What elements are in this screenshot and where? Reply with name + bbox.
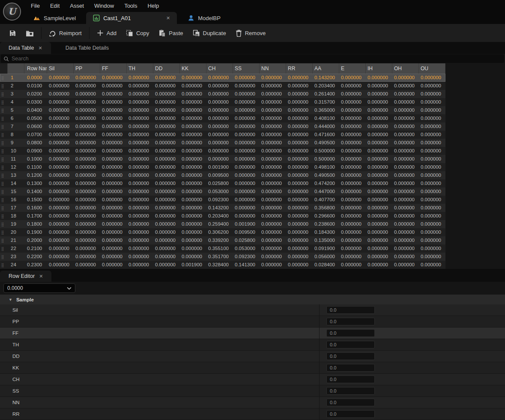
value-cell[interactable]: 0.000000 [392, 82, 419, 90]
value-cell[interactable]: 0.000000 [47, 82, 74, 90]
value-cell[interactable]: 0.000000 [206, 74, 233, 82]
value-cell[interactable]: 0.000000 [339, 179, 366, 188]
row-name-cell[interactable]: 0.1300 [24, 179, 47, 188]
menu-item-file[interactable]: File [26, 1, 45, 11]
value-cell[interactable]: 0.000000 [286, 171, 313, 179]
value-cell[interactable]: 0.141300 [233, 261, 260, 269]
value-cell[interactable]: 0.000000 [153, 139, 180, 147]
row-drag-handle[interactable]: ⣿ [0, 98, 8, 106]
row-name-cell[interactable]: 0.0300 [24, 98, 47, 106]
value-cell[interactable]: 0.000000 [74, 98, 100, 106]
value-cell[interactable]: 0.000000 [392, 179, 419, 188]
value-cell[interactable]: 0.000000 [153, 261, 180, 269]
value-cell[interactable]: 0.000000 [419, 236, 445, 244]
row-name-cell[interactable]: 0.0800 [24, 139, 47, 147]
value-cell[interactable]: 0.000000 [233, 131, 260, 139]
column-header-oh[interactable]: OH [392, 63, 419, 74]
value-cell[interactable]: 0.000000 [180, 253, 206, 261]
value-cell[interactable]: 0.000000 [339, 114, 366, 122]
value-cell[interactable]: 0.000000 [286, 188, 313, 196]
value-cell[interactable]: 0.000000 [47, 147, 74, 155]
value-cell[interactable]: 0.000000 [419, 114, 445, 122]
value-cell[interactable]: 0.000000 [100, 244, 127, 253]
value-cell[interactable]: 0.143200 [206, 204, 233, 212]
value-cell[interactable]: 0.000000 [127, 179, 153, 188]
row-drag-handle[interactable]: ⣿ [0, 171, 8, 179]
value-cell[interactable]: 0.000000 [286, 196, 313, 204]
value-cell[interactable]: 0.053000 [206, 188, 233, 196]
value-cell[interactable]: 0.000000 [100, 171, 127, 179]
value-cell[interactable]: 0.000000 [127, 139, 153, 147]
value-cell[interactable]: 0.000000 [286, 220, 313, 228]
value-cell[interactable]: 0.000000 [366, 131, 392, 139]
value-cell[interactable]: 0.203400 [206, 212, 233, 220]
value-cell[interactable]: 0.000000 [339, 90, 366, 98]
value-cell[interactable]: 0.092300 [233, 253, 260, 261]
value-cell[interactable]: 0.000000 [392, 204, 419, 212]
value-cell[interactable]: 0.000000 [392, 163, 419, 171]
row-drag-handle[interactable]: ⣿ [0, 82, 8, 90]
value-cell[interactable]: 0.000000 [180, 114, 206, 122]
row-name-cell[interactable]: 0.1500 [24, 196, 47, 204]
value-cell[interactable]: 0.000000 [74, 82, 100, 90]
value-cell[interactable]: 0.261400 [313, 90, 339, 98]
tab-data-table[interactable]: Data Table ✕ [0, 42, 51, 54]
value-cell[interactable]: 0.000000 [260, 179, 286, 188]
value-cell[interactable]: 0.000000 [127, 196, 153, 204]
value-cell[interactable]: 0.000000 [233, 188, 260, 196]
row-drag-handle[interactable]: ⣿ [0, 90, 8, 98]
value-cell[interactable]: 0.000000 [47, 204, 74, 212]
value-cell[interactable]: 0.000000 [286, 236, 313, 244]
property-row-ff[interactable]: FF [0, 328, 505, 339]
tab-cast1-a01[interactable]: Cast1_A01 ✕ [86, 12, 177, 24]
value-cell[interactable]: 0.000000 [153, 179, 180, 188]
value-cell[interactable]: 0.000000 [153, 147, 180, 155]
value-cell[interactable]: 0.000000 [339, 147, 366, 155]
value-cell[interactable]: 0.000000 [260, 74, 286, 82]
table-row[interactable]: ⣿140.13000.0000000.0000000.0000000.00000… [0, 179, 445, 188]
value-cell[interactable]: 0.000000 [339, 98, 366, 106]
value-cell[interactable]: 0.000000 [180, 155, 206, 163]
value-cell[interactable]: 0.000000 [180, 236, 206, 244]
value-cell[interactable]: 0.000000 [286, 139, 313, 147]
tab-data-table-details[interactable]: Data Table Details [57, 42, 117, 54]
value-cell[interactable]: 0.339200 [206, 236, 233, 244]
value-cell[interactable]: 0.009500 [233, 228, 260, 236]
value-cell[interactable]: 0.000000 [206, 131, 233, 139]
value-cell[interactable]: 0.000000 [339, 131, 366, 139]
value-cell[interactable]: 0.000000 [74, 90, 100, 98]
table-row[interactable]: ⣿90.08000.0000000.0000000.0000000.000000… [0, 139, 445, 147]
value-cell[interactable]: 0.000000 [392, 171, 419, 179]
value-cell[interactable]: 0.000000 [180, 196, 206, 204]
table-row[interactable]: ⣿40.03000.0000000.0000000.0000000.000000… [0, 98, 445, 106]
value-cell[interactable]: 0.091900 [313, 244, 339, 253]
value-cell[interactable]: 0.000000 [180, 106, 206, 114]
tab-modelbp[interactable]: ModelBP [180, 12, 227, 24]
row-name-cell[interactable]: 0.1400 [24, 188, 47, 196]
value-cell[interactable]: 0.000000 [74, 147, 100, 155]
value-cell[interactable]: 0.000000 [100, 220, 127, 228]
value-cell[interactable]: 0.001900 [233, 220, 260, 228]
value-cell[interactable]: 0.000000 [392, 212, 419, 220]
column-header-rr[interactable]: RR [286, 63, 313, 74]
value-cell[interactable]: 0.000000 [419, 163, 445, 171]
value-cell[interactable]: 0.000000 [153, 90, 180, 98]
value-cell[interactable]: 0.000000 [100, 98, 127, 106]
row-drag-handle[interactable]: ⣿ [0, 139, 8, 147]
value-cell[interactable]: 0.000000 [286, 253, 313, 261]
value-cell[interactable]: 0.000000 [233, 122, 260, 131]
value-cell[interactable]: 0.009500 [206, 171, 233, 179]
value-cell[interactable]: 0.000000 [100, 122, 127, 131]
value-cell[interactable]: 0.000000 [339, 188, 366, 196]
value-cell[interactable]: 0.000000 [260, 212, 286, 220]
value-cell[interactable]: 0.000000 [206, 114, 233, 122]
value-cell[interactable]: 0.000000 [127, 163, 153, 171]
value-cell[interactable]: 0.000000 [339, 244, 366, 253]
value-cell[interactable]: 0.444000 [313, 122, 339, 131]
property-row-th[interactable]: TH [0, 339, 505, 351]
property-row-nn[interactable]: NN [0, 397, 505, 408]
value-cell[interactable]: 0.000000 [180, 90, 206, 98]
value-cell[interactable]: 0.000000 [74, 196, 100, 204]
value-cell[interactable]: 0.000000 [100, 163, 127, 171]
value-cell[interactable]: 0.000000 [74, 188, 100, 196]
